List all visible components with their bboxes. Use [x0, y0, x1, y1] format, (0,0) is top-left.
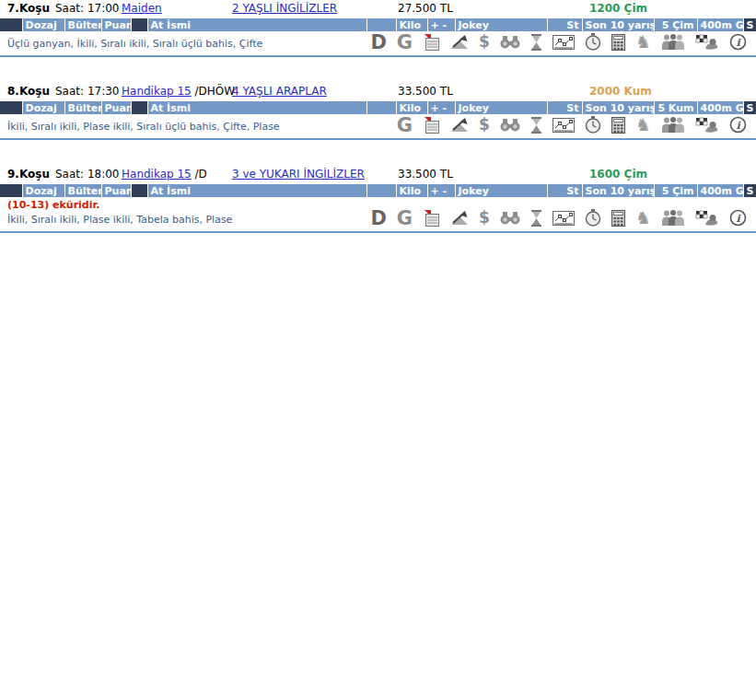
race-footer: Üçlü ganyan, İkili, Sıralı ikili, Sıralı…	[0, 31, 756, 53]
race-distance: 1200 Çim	[589, 2, 647, 15]
binoculars-icon[interactable]	[500, 35, 520, 49]
jockey-header: Jokey	[455, 18, 547, 31]
jockeys-icon[interactable]	[661, 34, 685, 50]
chart-column-header	[0, 184, 22, 197]
dozaj-header: Dozaj	[22, 101, 64, 114]
race-type-suffix: /D	[192, 168, 207, 181]
bulten-header: Bülten	[64, 18, 101, 31]
probables-icon[interactable]	[423, 117, 440, 134]
race-bulletin: 7.Koşu Saat: 17:00 Maiden 2 YAŞLI İNGİLİ…	[0, 0, 756, 233]
bulten-header: Bülten	[64, 184, 101, 197]
results-chart-icon[interactable]	[552, 35, 575, 50]
calculator-icon[interactable]	[611, 117, 625, 134]
binoculars-icon[interactable]	[500, 118, 520, 132]
race-group-link[interactable]: 4 YAŞLI ARAPLAR	[232, 85, 327, 98]
jockeys-icon[interactable]	[661, 210, 685, 226]
calculator-icon[interactable]	[611, 34, 625, 51]
age-header	[366, 184, 396, 197]
race-purse: 27.500 TL	[398, 2, 453, 15]
horses-table: DozajBültenPuanAt İsmiKilo+ -JokeyStSon …	[0, 18, 756, 31]
hourglass-icon[interactable]	[530, 117, 542, 134]
race-type: Handikap 15 /D	[122, 168, 207, 181]
finish-photo-icon[interactable]	[695, 210, 719, 227]
trend-chart-icon[interactable]	[450, 210, 469, 226]
hourglass-icon[interactable]	[530, 210, 542, 227]
bet-types: İkili, Sıralı ikili, Plase ikili, Sıralı…	[7, 119, 280, 135]
race-distance: 2000 Kum	[589, 85, 652, 98]
last10-header: Son 10 yarışı	[582, 184, 654, 197]
s-header: S	[743, 184, 756, 197]
probables-icon[interactable]	[423, 34, 440, 51]
race-header: 8.Koşu Saat: 17:30 Handikap 15 /DHÖW 4 Y…	[0, 85, 756, 100]
start-box-header: St	[547, 101, 582, 114]
letter-d-icon[interactable]: D	[370, 210, 386, 227]
horses-table: DozajBültenPuanAt İsmiKilo+ -JokeyStSon …	[0, 184, 756, 197]
s-header: S	[743, 18, 756, 31]
ekuri-note: (10-13) eküridir.	[7, 198, 232, 212]
start-box-header: St	[547, 184, 582, 197]
age-header	[366, 18, 396, 31]
chart-column-header	[0, 101, 22, 114]
race-header: 9.Koşu Saat: 18:00 Handikap 15 /D 3 ve Y…	[0, 168, 756, 183]
svg-text:i: i	[736, 120, 741, 132]
horse-icon[interactable]: ♞	[635, 210, 651, 226]
stable-column-header	[131, 184, 147, 197]
finish-photo-icon[interactable]	[695, 34, 719, 51]
results-chart-icon[interactable]	[552, 211, 575, 226]
race-footer: (10-13) eküridir. İkili, Sıralı ikili, P…	[0, 197, 756, 229]
bet-types: İkili, Sıralı ikili, Plase ikili, Tabela…	[7, 212, 232, 228]
weight-change-header: + -	[427, 18, 455, 31]
horse-name-header: At İsmi	[147, 184, 366, 197]
race-section: 9.Koşu Saat: 18:00 Handikap 15 /D 3 ve Y…	[0, 168, 756, 233]
race-number: 7.Koşu	[7, 2, 50, 15]
race-footer: İkili, Sıralı ikili, Plase ikili, Sıralı…	[0, 114, 756, 136]
last5-surface-header: 5 Çim	[654, 184, 697, 197]
horse-name-header: At İsmi	[147, 101, 366, 114]
race-time: Saat: 18:00	[55, 168, 119, 181]
results-chart-icon[interactable]	[552, 118, 575, 133]
trend-chart-icon[interactable]	[450, 117, 469, 133]
info-icon[interactable]: i	[729, 209, 747, 227]
race-type-link[interactable]: Handikap 15	[122, 168, 192, 181]
chart-column-header	[0, 18, 22, 31]
weight-change-header: + -	[427, 101, 455, 114]
last5-surface-header: 5 Kum	[654, 101, 697, 114]
stopwatch-icon[interactable]	[585, 116, 601, 134]
hourglass-icon[interactable]	[530, 34, 542, 51]
stopwatch-icon[interactable]	[585, 209, 601, 227]
letter-g-icon[interactable]: G	[397, 34, 413, 51]
trend-chart-icon[interactable]	[450, 34, 469, 50]
binoculars-icon[interactable]	[500, 211, 520, 225]
race-number: 8.Koşu	[7, 85, 50, 98]
race-type-link[interactable]: Handikap 15	[122, 85, 192, 98]
weight-change-header: + -	[427, 184, 455, 197]
stopwatch-icon[interactable]	[585, 33, 601, 51]
bet-types: Üçlü ganyan, İkili, Sıralı ikili, Sıralı…	[7, 36, 262, 52]
race-type: Maiden	[122, 2, 162, 15]
race-footer-text: Üçlü ganyan, İkili, Sıralı ikili, Sıralı…	[7, 36, 262, 52]
calculator-icon[interactable]	[611, 210, 625, 227]
dollar-icon[interactable]: $	[479, 210, 490, 226]
race-type-link[interactable]: Maiden	[122, 2, 162, 15]
letter-d-icon[interactable]: D	[370, 34, 386, 51]
dollar-icon[interactable]: $	[479, 34, 490, 50]
jockeys-icon[interactable]	[661, 117, 685, 133]
kilo-header: Kilo	[396, 101, 427, 114]
kilo-header: Kilo	[396, 18, 427, 31]
last10-header: Son 10 yarışı	[582, 101, 654, 114]
letter-g-icon[interactable]: G	[397, 117, 413, 134]
horse-icon[interactable]: ♞	[635, 117, 651, 133]
race-purse: 33.500 TL	[398, 85, 453, 98]
jockey-header: Jokey	[455, 101, 547, 114]
info-icon[interactable]: i	[729, 33, 747, 51]
dollar-icon[interactable]: $	[479, 117, 490, 133]
race-group-link[interactable]: 2 YAŞLI İNGİLİZLER	[232, 2, 337, 15]
info-icon[interactable]: i	[729, 116, 747, 134]
table-header-row: DozajBültenPuanAt İsmiKilo+ -JokeyStSon …	[0, 18, 756, 31]
horse-icon[interactable]: ♞	[635, 34, 651, 50]
letter-g-icon[interactable]: G	[397, 210, 413, 227]
probables-icon[interactable]	[423, 210, 440, 227]
finish-photo-icon[interactable]	[695, 117, 719, 134]
race-group-link[interactable]: 3 ve YUKARI İNGİLİZLER	[232, 168, 365, 181]
stable-column-header	[131, 18, 147, 31]
